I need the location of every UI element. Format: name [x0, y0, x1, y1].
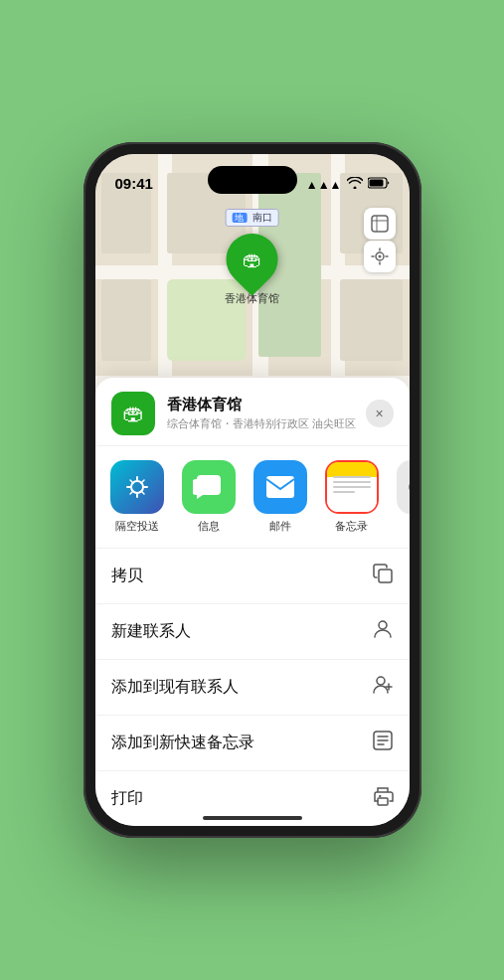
home-indicator [203, 816, 302, 820]
share-row: 隔空投送 信息 [95, 446, 410, 549]
notes-line-4 [333, 491, 356, 493]
venue-info: 香港体育馆 综合体育馆・香港特别行政区 油尖旺区 [167, 396, 366, 431]
notes-line-3 [333, 486, 371, 488]
svg-rect-2 [372, 216, 388, 232]
action-copy-label: 拷贝 [111, 566, 143, 586]
airdrop-label: 隔空投送 [115, 519, 159, 534]
status-time: 09:41 [115, 175, 153, 192]
location-button[interactable] [364, 241, 396, 272]
notes-label: 备忘录 [335, 519, 368, 534]
share-item-more[interactable]: 更多 [392, 460, 410, 534]
venue-icon: 🏟 [111, 392, 155, 435]
phone-frame: 09:41 ▲▲▲ [84, 142, 421, 838]
messages-icon [182, 460, 236, 514]
notes-icon [325, 460, 379, 514]
action-add-contact[interactable]: 添加到现有联系人 [95, 660, 410, 716]
messages-label: 信息 [198, 519, 220, 534]
map-label: 地 南口 [225, 209, 279, 227]
print-icon [372, 785, 394, 812]
share-item-messages[interactable]: 信息 [177, 460, 241, 534]
action-list: 拷贝 新建联系人 [95, 549, 410, 826]
signal-icon: ▲▲▲ [306, 178, 342, 192]
share-item-mail[interactable]: 邮件 [249, 460, 312, 534]
venue-subtitle: 综合体育馆・香港特别行政区 油尖旺区 [167, 416, 366, 431]
map-type-button[interactable] [364, 208, 396, 240]
svg-rect-1 [369, 180, 383, 187]
svg-rect-7 [379, 570, 392, 582]
mail-icon [253, 460, 307, 514]
location-pin: 🏟 香港体育馆 [225, 234, 279, 306]
venue-name: 香港体育馆 [167, 396, 366, 414]
phone-screen: 09:41 ▲▲▲ [95, 154, 410, 826]
status-icons: ▲▲▲ [306, 177, 390, 192]
copy-icon [372, 563, 394, 589]
person-icon [372, 618, 394, 645]
dynamic-island [208, 166, 297, 194]
action-copy[interactable]: 拷贝 [95, 549, 410, 604]
note-icon [372, 730, 394, 756]
notes-inner [327, 462, 377, 512]
share-item-notes[interactable]: 备忘录 [320, 460, 384, 534]
map-controls [364, 208, 396, 272]
bottom-sheet: 🏟 香港体育馆 综合体育馆・香港特别行政区 油尖旺区 × [95, 378, 410, 826]
airdrop-icon [110, 460, 164, 514]
pin-circle: 🏟 [216, 223, 289, 296]
action-quick-note[interactable]: 添加到新快速备忘录 [95, 716, 410, 771]
action-new-contact-label: 新建联系人 [111, 621, 191, 642]
action-add-contact-label: 添加到现有联系人 [111, 677, 239, 698]
venue-header: 🏟 香港体育馆 综合体育馆・香港特别行政区 油尖旺区 × [95, 378, 410, 446]
wifi-icon [347, 177, 363, 192]
person-add-icon [372, 674, 394, 701]
svg-rect-11 [378, 798, 388, 805]
more-icon [397, 460, 410, 514]
svg-point-9 [377, 677, 385, 685]
action-print-label: 打印 [111, 788, 143, 809]
notes-line-1 [333, 476, 371, 478]
svg-point-8 [379, 621, 387, 629]
notes-line-2 [333, 481, 371, 483]
battery-icon [368, 177, 390, 192]
svg-point-4 [378, 255, 381, 258]
svg-rect-6 [266, 476, 294, 498]
close-button[interactable]: × [366, 400, 394, 427]
mail-label: 邮件 [269, 519, 291, 534]
share-item-airdrop[interactable]: 隔空投送 [105, 460, 169, 534]
pin-icon: 🏟 [243, 248, 262, 271]
action-quick-note-label: 添加到新快速备忘录 [111, 733, 254, 753]
action-new-contact[interactable]: 新建联系人 [95, 604, 410, 660]
